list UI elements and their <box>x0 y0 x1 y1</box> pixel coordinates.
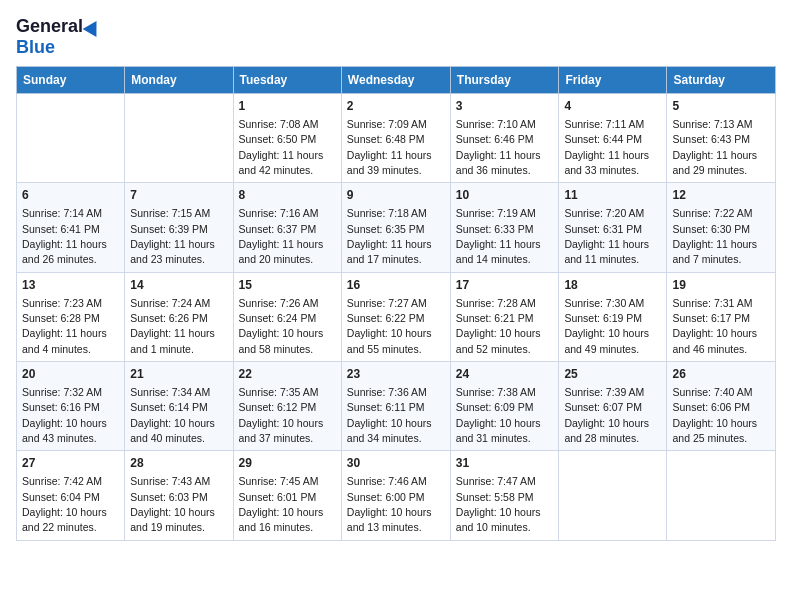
day-info: Sunrise: 7:42 AMSunset: 6:04 PMDaylight:… <box>22 475 107 533</box>
day-number: 29 <box>239 455 336 472</box>
calendar-cell <box>17 94 125 183</box>
day-number: 13 <box>22 277 119 294</box>
day-number: 21 <box>130 366 227 383</box>
calendar-cell: 9Sunrise: 7:18 AMSunset: 6:35 PMDaylight… <box>341 183 450 272</box>
calendar-cell: 20Sunrise: 7:32 AMSunset: 6:16 PMDayligh… <box>17 362 125 451</box>
calendar-cell: 26Sunrise: 7:40 AMSunset: 6:06 PMDayligh… <box>667 362 776 451</box>
calendar-cell: 31Sunrise: 7:47 AMSunset: 5:58 PMDayligh… <box>450 451 559 540</box>
calendar-table: SundayMondayTuesdayWednesdayThursdayFrid… <box>16 66 776 541</box>
calendar-cell: 2Sunrise: 7:09 AMSunset: 6:48 PMDaylight… <box>341 94 450 183</box>
day-info: Sunrise: 7:14 AMSunset: 6:41 PMDaylight:… <box>22 207 107 265</box>
calendar-cell: 25Sunrise: 7:39 AMSunset: 6:07 PMDayligh… <box>559 362 667 451</box>
day-info: Sunrise: 7:39 AMSunset: 6:07 PMDaylight:… <box>564 386 649 444</box>
calendar-week-row: 27Sunrise: 7:42 AMSunset: 6:04 PMDayligh… <box>17 451 776 540</box>
calendar-cell: 30Sunrise: 7:46 AMSunset: 6:00 PMDayligh… <box>341 451 450 540</box>
day-number: 28 <box>130 455 227 472</box>
day-info: Sunrise: 7:22 AMSunset: 6:30 PMDaylight:… <box>672 207 757 265</box>
logo: General Blue <box>16 16 101 58</box>
day-number: 22 <box>239 366 336 383</box>
day-info: Sunrise: 7:34 AMSunset: 6:14 PMDaylight:… <box>130 386 215 444</box>
calendar-cell: 6Sunrise: 7:14 AMSunset: 6:41 PMDaylight… <box>17 183 125 272</box>
day-number: 26 <box>672 366 770 383</box>
day-number: 24 <box>456 366 554 383</box>
calendar-cell: 21Sunrise: 7:34 AMSunset: 6:14 PMDayligh… <box>125 362 233 451</box>
day-number: 10 <box>456 187 554 204</box>
day-info: Sunrise: 7:08 AMSunset: 6:50 PMDaylight:… <box>239 118 324 176</box>
day-number: 8 <box>239 187 336 204</box>
day-info: Sunrise: 7:40 AMSunset: 6:06 PMDaylight:… <box>672 386 757 444</box>
calendar-cell: 18Sunrise: 7:30 AMSunset: 6:19 PMDayligh… <box>559 272 667 361</box>
day-info: Sunrise: 7:35 AMSunset: 6:12 PMDaylight:… <box>239 386 324 444</box>
calendar-cell: 5Sunrise: 7:13 AMSunset: 6:43 PMDaylight… <box>667 94 776 183</box>
calendar-cell <box>667 451 776 540</box>
day-number: 20 <box>22 366 119 383</box>
day-info: Sunrise: 7:15 AMSunset: 6:39 PMDaylight:… <box>130 207 215 265</box>
day-number: 2 <box>347 98 445 115</box>
day-number: 4 <box>564 98 661 115</box>
calendar-header-row: SundayMondayTuesdayWednesdayThursdayFrid… <box>17 67 776 94</box>
day-number: 15 <box>239 277 336 294</box>
calendar-week-row: 13Sunrise: 7:23 AMSunset: 6:28 PMDayligh… <box>17 272 776 361</box>
logo-general-text: General <box>16 16 83 37</box>
day-info: Sunrise: 7:45 AMSunset: 6:01 PMDaylight:… <box>239 475 324 533</box>
calendar-cell: 10Sunrise: 7:19 AMSunset: 6:33 PMDayligh… <box>450 183 559 272</box>
col-header-sunday: Sunday <box>17 67 125 94</box>
day-number: 1 <box>239 98 336 115</box>
header: General Blue <box>16 16 776 58</box>
day-info: Sunrise: 7:24 AMSunset: 6:26 PMDaylight:… <box>130 297 215 355</box>
day-info: Sunrise: 7:46 AMSunset: 6:00 PMDaylight:… <box>347 475 432 533</box>
day-info: Sunrise: 7:47 AMSunset: 5:58 PMDaylight:… <box>456 475 541 533</box>
calendar-week-row: 20Sunrise: 7:32 AMSunset: 6:16 PMDayligh… <box>17 362 776 451</box>
day-info: Sunrise: 7:28 AMSunset: 6:21 PMDaylight:… <box>456 297 541 355</box>
calendar-cell: 11Sunrise: 7:20 AMSunset: 6:31 PMDayligh… <box>559 183 667 272</box>
day-number: 18 <box>564 277 661 294</box>
day-number: 25 <box>564 366 661 383</box>
day-info: Sunrise: 7:38 AMSunset: 6:09 PMDaylight:… <box>456 386 541 444</box>
day-info: Sunrise: 7:36 AMSunset: 6:11 PMDaylight:… <box>347 386 432 444</box>
day-info: Sunrise: 7:20 AMSunset: 6:31 PMDaylight:… <box>564 207 649 265</box>
day-info: Sunrise: 7:23 AMSunset: 6:28 PMDaylight:… <box>22 297 107 355</box>
day-info: Sunrise: 7:26 AMSunset: 6:24 PMDaylight:… <box>239 297 324 355</box>
day-info: Sunrise: 7:11 AMSunset: 6:44 PMDaylight:… <box>564 118 649 176</box>
day-number: 19 <box>672 277 770 294</box>
day-number: 30 <box>347 455 445 472</box>
calendar-cell: 3Sunrise: 7:10 AMSunset: 6:46 PMDaylight… <box>450 94 559 183</box>
col-header-wednesday: Wednesday <box>341 67 450 94</box>
col-header-monday: Monday <box>125 67 233 94</box>
day-info: Sunrise: 7:27 AMSunset: 6:22 PMDaylight:… <box>347 297 432 355</box>
day-number: 3 <box>456 98 554 115</box>
calendar-cell: 1Sunrise: 7:08 AMSunset: 6:50 PMDaylight… <box>233 94 341 183</box>
col-header-friday: Friday <box>559 67 667 94</box>
calendar-cell: 7Sunrise: 7:15 AMSunset: 6:39 PMDaylight… <box>125 183 233 272</box>
day-info: Sunrise: 7:16 AMSunset: 6:37 PMDaylight:… <box>239 207 324 265</box>
day-info: Sunrise: 7:09 AMSunset: 6:48 PMDaylight:… <box>347 118 432 176</box>
day-number: 11 <box>564 187 661 204</box>
calendar-cell <box>559 451 667 540</box>
calendar-week-row: 6Sunrise: 7:14 AMSunset: 6:41 PMDaylight… <box>17 183 776 272</box>
day-info: Sunrise: 7:18 AMSunset: 6:35 PMDaylight:… <box>347 207 432 265</box>
calendar-cell: 8Sunrise: 7:16 AMSunset: 6:37 PMDaylight… <box>233 183 341 272</box>
day-info: Sunrise: 7:13 AMSunset: 6:43 PMDaylight:… <box>672 118 757 176</box>
col-header-tuesday: Tuesday <box>233 67 341 94</box>
day-number: 7 <box>130 187 227 204</box>
col-header-thursday: Thursday <box>450 67 559 94</box>
day-number: 9 <box>347 187 445 204</box>
calendar-cell: 15Sunrise: 7:26 AMSunset: 6:24 PMDayligh… <box>233 272 341 361</box>
calendar-week-row: 1Sunrise: 7:08 AMSunset: 6:50 PMDaylight… <box>17 94 776 183</box>
calendar-cell: 22Sunrise: 7:35 AMSunset: 6:12 PMDayligh… <box>233 362 341 451</box>
calendar-cell: 29Sunrise: 7:45 AMSunset: 6:01 PMDayligh… <box>233 451 341 540</box>
day-number: 31 <box>456 455 554 472</box>
day-number: 23 <box>347 366 445 383</box>
calendar-cell: 28Sunrise: 7:43 AMSunset: 6:03 PMDayligh… <box>125 451 233 540</box>
calendar-cell: 13Sunrise: 7:23 AMSunset: 6:28 PMDayligh… <box>17 272 125 361</box>
day-info: Sunrise: 7:31 AMSunset: 6:17 PMDaylight:… <box>672 297 757 355</box>
day-info: Sunrise: 7:43 AMSunset: 6:03 PMDaylight:… <box>130 475 215 533</box>
calendar-cell: 14Sunrise: 7:24 AMSunset: 6:26 PMDayligh… <box>125 272 233 361</box>
calendar-cell: 27Sunrise: 7:42 AMSunset: 6:04 PMDayligh… <box>17 451 125 540</box>
day-info: Sunrise: 7:30 AMSunset: 6:19 PMDaylight:… <box>564 297 649 355</box>
day-info: Sunrise: 7:10 AMSunset: 6:46 PMDaylight:… <box>456 118 541 176</box>
logo-blue-text: Blue <box>16 37 55 58</box>
calendar-cell: 17Sunrise: 7:28 AMSunset: 6:21 PMDayligh… <box>450 272 559 361</box>
calendar-cell: 12Sunrise: 7:22 AMSunset: 6:30 PMDayligh… <box>667 183 776 272</box>
day-info: Sunrise: 7:32 AMSunset: 6:16 PMDaylight:… <box>22 386 107 444</box>
